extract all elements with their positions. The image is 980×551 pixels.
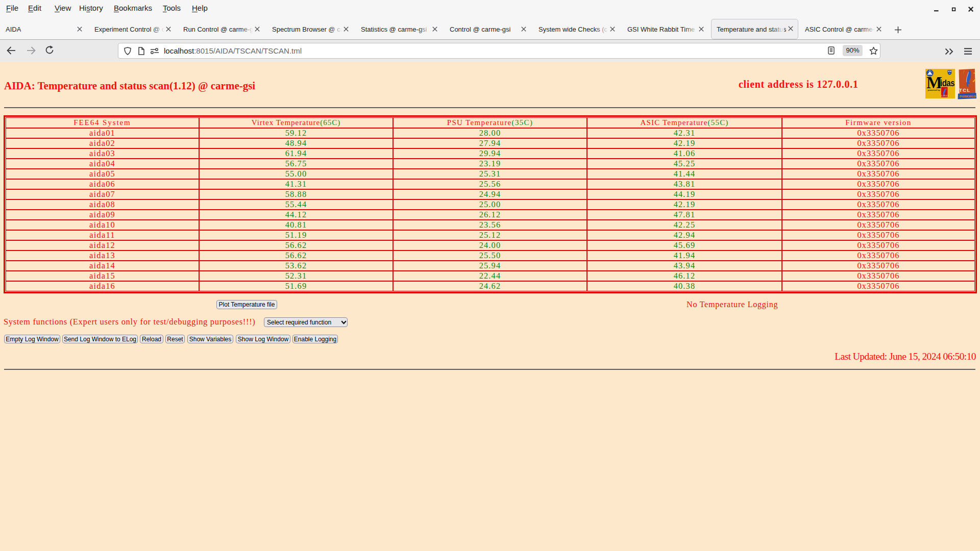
svg-text:POWERED: POWERED bbox=[960, 95, 976, 98]
svg-text:TCL: TCL bbox=[959, 87, 971, 93]
svg-text:L I N U X: L I N U X bbox=[941, 95, 949, 97]
svg-text:powered by: powered by bbox=[928, 89, 941, 91]
svg-text:idas: idas bbox=[940, 78, 954, 87]
